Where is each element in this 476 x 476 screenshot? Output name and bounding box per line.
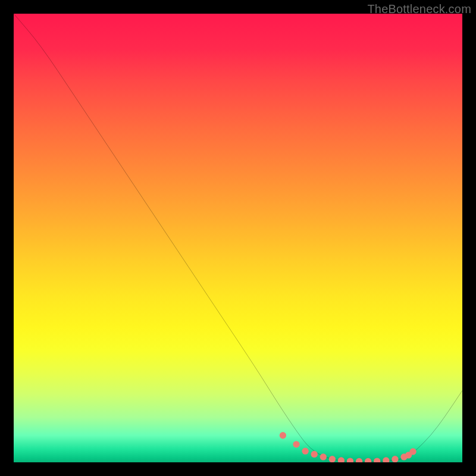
- marker-dot: [409, 448, 416, 455]
- marker-dot: [338, 457, 345, 462]
- marker-dot: [293, 441, 299, 447]
- marker-dot: [302, 447, 308, 454]
- marker-dot: [347, 458, 353, 462]
- marker-dot: [374, 458, 380, 462]
- marker-dot: [392, 456, 398, 462]
- curve-path: [14, 14, 462, 462]
- marker-dot: [320, 453, 327, 460]
- plot-area: [14, 14, 462, 462]
- bottleneck-curve: [14, 14, 462, 462]
- marker-dot: [383, 457, 389, 462]
- marker-dot: [329, 456, 336, 462]
- marker-dot: [356, 458, 362, 462]
- highlighted-markers: [280, 432, 416, 462]
- curve-layer: [14, 14, 462, 462]
- marker-dot: [365, 458, 371, 462]
- marker-dot: [311, 451, 318, 458]
- watermark-text: TheBottleneck.com: [367, 2, 471, 16]
- marker-dot: [280, 432, 286, 439]
- chart-frame: TheBottleneck.com: [0, 0, 476, 476]
